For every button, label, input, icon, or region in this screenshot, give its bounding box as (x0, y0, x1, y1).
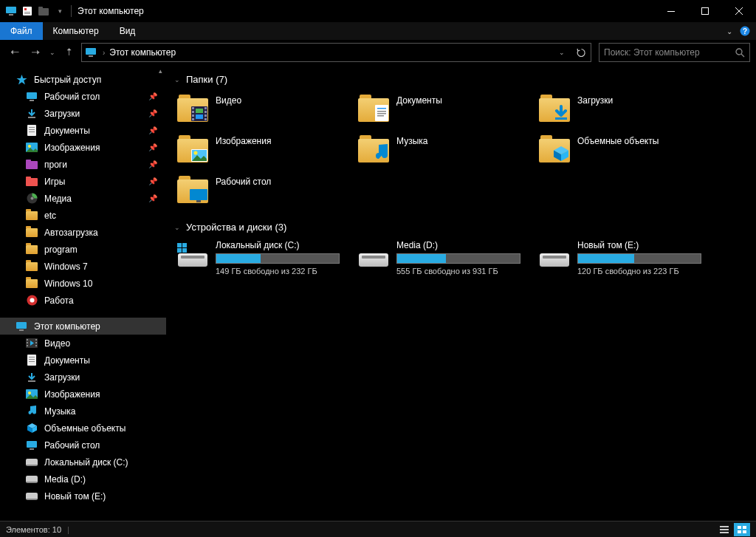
svg-point-48 (28, 391, 31, 394)
sidebar-this-pc[interactable]: Этот компьютер (0, 318, 166, 335)
refresh-button[interactable] (571, 44, 591, 61)
svg-rect-38 (27, 345, 28, 346)
forward-button[interactable]: 🠒 (27, 44, 44, 61)
sidebar-pc-item[interactable]: Новый том (E:) (0, 488, 166, 504)
pictures-icon (25, 389, 38, 400)
search-icon[interactable] (735, 48, 745, 58)
sidebar-quick-item[interactable]: Игры📌 (0, 173, 166, 190)
menu-computer[interactable]: Компьютер (43, 22, 109, 40)
sidebar-item-label: Объемные объекты (44, 423, 126, 434)
navigation-pane[interactable]: ▴ Быстрый доступРабочий стол📌Загрузки📌До… (0, 65, 167, 521)
view-tiles-button[interactable] (734, 523, 750, 536)
scroll-up-icon[interactable]: ▴ (154, 65, 166, 77)
svg-line-15 (741, 54, 744, 57)
sidebar-pc-item[interactable]: Media (D:) (0, 471, 166, 488)
svg-point-14 (736, 49, 742, 55)
svg-rect-72 (196, 200, 201, 202)
address-bar[interactable]: › Этот компьютер ⌄ (81, 43, 591, 62)
navigation-bar: 🠐 🠒 ⌄ 🠑 › Этот компьютер ⌄ Поиск: Этот к… (0, 40, 756, 65)
view-details-button[interactable] (716, 523, 732, 536)
folder-item[interactable]: Документы (355, 91, 536, 131)
svg-rect-42 (27, 355, 36, 366)
search-input[interactable]: Поиск: Этот компьютер (599, 43, 750, 62)
quick-access-toolbar: ▾ (4, 4, 66, 18)
sidebar-quick-item[interactable]: Загрузки📌 (0, 105, 166, 122)
3d-overlay-icon (553, 146, 569, 162)
sidebar-quick-item[interactable]: program (0, 241, 166, 258)
svg-point-32 (30, 298, 34, 303)
sidebar-pc-item[interactable]: Рабочий стол (0, 437, 166, 454)
downloads-icon (25, 108, 38, 120)
folders-section-header[interactable]: ⌄ Папки (7) (174, 71, 750, 91)
svg-rect-26 (26, 160, 31, 162)
ribbon-expand-icon[interactable]: ⌄ (726, 27, 732, 35)
svg-point-30 (30, 197, 33, 200)
sidebar-quick-item[interactable]: Автозагрузка (0, 224, 166, 241)
address-dropdown-icon[interactable]: ⌄ (552, 44, 571, 61)
drive-item[interactable]: Новый том (E:) 120 ГБ свободно из 223 ГБ (536, 239, 717, 283)
sidebar-item-label: Локальный диск (C:) (44, 457, 128, 468)
drive-usage-bar (396, 253, 520, 264)
qat-new-folder-icon[interactable] (37, 4, 50, 18)
qat-dropdown-icon[interactable]: ▾ (53, 4, 66, 18)
sidebar-quick-item[interactable]: Изображения📌 (0, 139, 166, 156)
sidebar-quick-item[interactable]: Windows 7 (0, 258, 166, 275)
folder-label: Музыка (396, 133, 427, 146)
window-controls (654, 0, 756, 22)
sidebar-pc-item[interactable]: Видео (0, 335, 166, 352)
folder-item[interactable]: Рабочий стол (174, 172, 355, 213)
sidebar-quick-item[interactable]: etc (0, 207, 166, 224)
up-button[interactable]: 🠑 (61, 44, 78, 61)
minimize-button[interactable] (654, 0, 688, 22)
menu-view[interactable]: Вид (109, 22, 146, 40)
app-icon[interactable] (4, 4, 18, 18)
sidebar-pc-item[interactable]: Документы (0, 352, 166, 369)
sidebar-quick-access[interactable]: Быстрый доступ (0, 71, 166, 88)
qat-properties-icon[interactable] (21, 4, 34, 18)
drives-section-header[interactable]: ⌄ Устройства и диски (3) (174, 219, 750, 239)
svg-rect-83 (743, 530, 746, 533)
sidebar-quick-item[interactable]: проги📌 (0, 156, 166, 173)
sidebar-item-label: проги (44, 160, 67, 170)
svg-rect-36 (27, 339, 28, 341)
drive-name: Media (D:) (396, 240, 533, 253)
sidebar-quick-item[interactable]: Документы📌 (0, 122, 166, 139)
folder-item[interactable]: Изображения (174, 131, 355, 172)
help-icon[interactable]: ? (740, 26, 750, 36)
documents-icon (25, 355, 38, 366)
sidebar-quick-item[interactable]: Медиа📌 (0, 190, 166, 207)
sidebar-pc-item[interactable]: Загрузки (0, 369, 166, 386)
sidebar-pc-item[interactable]: Объемные объекты (0, 420, 166, 437)
breadcrumb-root[interactable]: Этот компьютер (109, 47, 176, 58)
svg-rect-1 (9, 14, 13, 16)
svg-rect-9 (702, 8, 709, 15)
drive-item[interactable]: Media (D:) 555 ГБ свободно из 931 ГБ (355, 239, 536, 283)
sidebar-pc-item[interactable]: Изображения (0, 386, 166, 403)
folder-item[interactable]: Видео (174, 91, 355, 131)
folder-item[interactable]: Загрузки (536, 91, 717, 131)
chevron-right-icon[interactable]: › (103, 49, 105, 57)
sidebar-quick-item[interactable]: Windows 10 (0, 275, 166, 292)
sidebar-item-label: Загрузки (44, 109, 80, 119)
svg-rect-78 (720, 529, 729, 530)
sidebar-quick-item[interactable]: Работа (0, 292, 166, 309)
back-button[interactable]: 🠐 (6, 44, 24, 61)
recent-dropdown[interactable]: ⌄ (47, 44, 58, 61)
close-button[interactable] (722, 0, 756, 22)
drive-item[interactable]: Локальный диск (C:) 149 ГБ свободно из 2… (174, 239, 355, 283)
pictures-icon (25, 142, 38, 154)
folder-item[interactable]: Объемные объекты (536, 131, 717, 172)
sidebar-pc-item[interactable]: Локальный диск (C:) (0, 454, 166, 471)
svg-rect-12 (86, 48, 96, 55)
menu-file[interactable]: Файл (0, 22, 43, 40)
drive-usage-bar (216, 253, 340, 264)
maximize-button[interactable] (688, 0, 722, 22)
folder-item[interactable]: Музыка (355, 131, 536, 172)
svg-rect-67 (555, 117, 567, 120)
desktop-overlay-icon (190, 189, 207, 202)
sidebar-quick-item[interactable]: Рабочий стол📌 (0, 88, 166, 105)
sidebar-pc-item[interactable]: Музыка (0, 403, 166, 420)
folder-icon (25, 278, 38, 290)
folders-grid: Видео Документы Загрузки Изображения (174, 91, 750, 213)
content-area[interactable]: ⌄ Папки (7) Видео Документы Загрузки (167, 65, 756, 521)
